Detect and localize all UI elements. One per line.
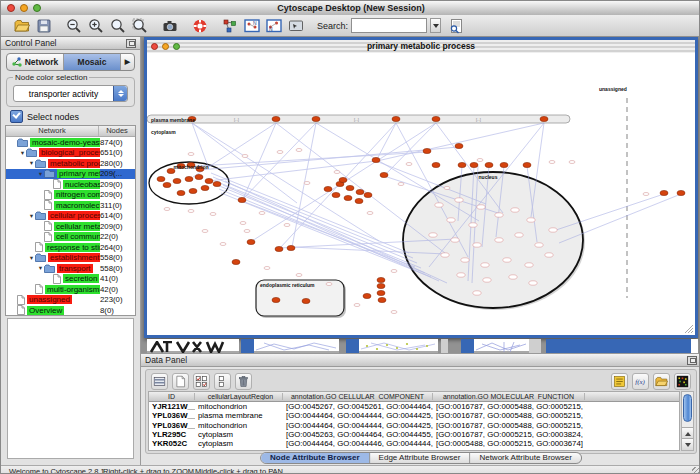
heatmap-button[interactable] <box>674 373 691 390</box>
table-cell[interactable]: [GO:0016787, GO:0005488, GO:0005215, G..… <box>433 421 585 430</box>
table-row[interactable]: YJR121W__1mitochondrion[GO:0045267, GO:0… <box>149 402 679 411</box>
table-cell[interactable]: [GO:0045263, GO:0044464, GO:0044455, G..… <box>283 430 433 439</box>
column-header[interactable]: annotation.GO MOLECULAR_FUNCTION <box>433 393 585 400</box>
tree-row-cell-communicat[interactable]: cell communicat22(0) <box>6 232 135 243</box>
tree-expand-icon[interactable]: ▼ <box>19 150 26 156</box>
tree-row-unassigned[interactable]: unassigned223(0) <box>6 295 135 306</box>
tree-expand-icon[interactable]: ▼ <box>28 160 35 166</box>
tab-network[interactable]: Network <box>7 54 64 70</box>
tree-row-metabolic-process[interactable]: ▼metabolic process280(0) <box>6 158 135 169</box>
table-cell[interactable]: [GO:0016787, GO:0005488, GO:0005215, G..… <box>433 402 585 411</box>
table-cell[interactable]: mitochondrion <box>195 449 283 451</box>
background-window-fragment[interactable] <box>147 339 239 353</box>
tree-expand-icon[interactable]: ▼ <box>28 213 35 219</box>
table-cell[interactable]: [GO:0045267, GO:0045261, GO:0044464, G..… <box>283 402 433 411</box>
tree-row-overview[interactable]: Overview8(0) <box>6 305 135 316</box>
table-row[interactable]: YDR039C__1mitochondrion[GO:0044464, GO:0… <box>149 448 679 451</box>
tree-row-cellular-process[interactable]: ▼cellular process614(0) <box>6 211 135 222</box>
window-resize-grip[interactable] <box>692 467 700 474</box>
network-nodes-button[interactable] <box>221 17 239 35</box>
table-cell[interactable]: [GO:0044464, GO:0044444, GO:0044425, G..… <box>283 411 433 420</box>
table-cell[interactable]: cytoplasm <box>195 430 283 439</box>
search-dropdown-button[interactable] <box>430 18 441 33</box>
save-session-button[interactable] <box>35 17 53 35</box>
table-row[interactable]: YPL036W__2plasma membrane[GO:0044464, GO… <box>149 411 679 420</box>
network-view-1-button[interactable]: N <box>243 17 261 35</box>
table-cell[interactable]: YPL036W__2 <box>149 411 195 420</box>
background-window-fragment[interactable] <box>441 339 448 353</box>
search-input[interactable] <box>351 18 427 33</box>
table-cell[interactable]: mitochondrion <box>195 421 283 430</box>
annotation-monitor-button[interactable] <box>287 17 305 35</box>
float-panel-icon[interactable] <box>126 39 136 48</box>
tree-row-primary-metabo[interactable]: ▼primary metabo209(... <box>6 169 135 180</box>
background-window-fragment[interactable] <box>346 339 359 353</box>
attribute-matrix-button[interactable] <box>151 373 168 390</box>
tree-row-macromolecule[interactable]: macromolecule311(0) <box>6 200 135 211</box>
tab-node-attribute-browser[interactable]: Node Attribute Browser <box>261 453 370 463</box>
table-cell[interactable]: YLR295C <box>149 430 195 439</box>
import-attributes-button[interactable] <box>653 373 670 390</box>
table-row[interactable]: YKR052Ccytoplasm[GO:0044464, GO:0044446,… <box>149 439 679 448</box>
tab-overflow-arrow[interactable]: ▶ <box>121 54 134 70</box>
network-canvas[interactable]: [--][--][--]plasma membranecytoplasmmito… <box>147 53 695 335</box>
tab-mosaic[interactable]: Mosaic <box>64 54 121 70</box>
tree-col-nodes[interactable]: Nodes <box>99 126 135 136</box>
table-cell[interactable]: [GO:0016787, GO:0005488, GO:0005215, G..… <box>433 449 585 451</box>
zoom-out-button[interactable] <box>65 17 83 35</box>
attribute-table-header[interactable]: ID_cellularLayoutRegionannotation.GO CEL… <box>149 392 679 402</box>
unselect-attributes-button[interactable] <box>214 373 231 390</box>
column-header[interactable]: _cellularLayoutRegion <box>195 393 283 400</box>
table-cell[interactable]: [GO:0005488, GO:0005215, GO:0003674] <box>433 439 585 448</box>
table-row[interactable]: YLR295Ccytoplasm[GO:0045263, GO:0044464,… <box>149 430 679 439</box>
table-cell[interactable]: mitochondrion <box>195 402 283 411</box>
tree-row-mosaic-demo-yeast[interactable]: mosaic-demo-yeast874(0) <box>6 137 135 148</box>
background-window-fragment[interactable] <box>691 339 698 353</box>
delete-attribute-button[interactable] <box>235 373 252 390</box>
column-header[interactable]: ID <box>149 393 195 400</box>
scroll-down-button[interactable] <box>682 438 693 450</box>
tree-row-nitrogen-compo[interactable]: nitrogen compo209(0) <box>6 190 135 201</box>
table-row[interactable]: YPL036W__1mitochondrion[GO:0044464, GO:0… <box>149 421 679 430</box>
float-panel-icon[interactable] <box>687 356 697 365</box>
table-cell[interactable]: YJR121W__1 <box>149 402 195 411</box>
scrollbar-thumb[interactable] <box>683 394 692 422</box>
column-header[interactable]: annotation.GO CELLULAR_COMPONENT <box>283 393 433 400</box>
table-cell[interactable]: cytoplasm <box>195 439 283 448</box>
table-cell[interactable]: [GO:0016787, GO:0005215, GO:0003824, G..… <box>433 430 585 439</box>
tab-network-attribute-browser[interactable]: Network Attribute Browser <box>470 453 580 463</box>
tree-expand-icon[interactable]: ▼ <box>37 265 44 271</box>
help-lifering-button[interactable] <box>191 17 209 35</box>
tree-row-biological-process[interactable]: ▼biological_process651(0) <box>6 148 135 159</box>
birds-eye-view[interactable] <box>7 318 134 459</box>
table-cell[interactable]: [GO:0044464, GO:0044446, GO:0044444, G..… <box>283 439 433 448</box>
table-cell[interactable]: [GO:0044464, GO:0044444, GO:0044425, G..… <box>283 449 433 451</box>
network-view-titlebar[interactable]: primary metabolic process <box>147 40 695 54</box>
table-scrollbar[interactable] <box>681 391 694 451</box>
tab-edge-attribute-browser[interactable]: Edge Attribute Browser <box>370 453 471 463</box>
tree-row-establishment-of-lo[interactable]: ▼establishment of lo558(0) <box>6 253 135 264</box>
table-cell[interactable]: YPL036W__1 <box>149 421 195 430</box>
attribute-notes-button[interactable] <box>611 373 628 390</box>
select-attributes-button[interactable] <box>193 373 210 390</box>
table-cell[interactable]: YDR039C__1 <box>149 449 195 451</box>
table-cell[interactable]: plasma membrane <box>195 411 283 420</box>
create-attribute-button[interactable] <box>172 373 189 390</box>
zoom-fit-button[interactable] <box>109 17 127 35</box>
tree-row-multi-organism-pro[interactable]: multi-organism pro42(0) <box>6 284 135 295</box>
tree-row-secretion[interactable]: secretion41(0) <box>6 274 135 285</box>
background-window-fragment[interactable] <box>241 339 254 353</box>
snapshot-camera-button[interactable] <box>161 17 179 35</box>
background-window-fragment[interactable] <box>529 339 541 353</box>
color-attribute-dropdown[interactable]: transporter activity <box>13 85 128 102</box>
tree-col-network[interactable]: Network <box>6 126 99 136</box>
background-window-fragment[interactable] <box>474 339 529 353</box>
table-cell[interactable]: [GO:0044464, GO:0044444, GO:0044425, G..… <box>283 421 433 430</box>
zoom-in-button[interactable] <box>87 17 105 35</box>
tree-row-cellular-metabo[interactable]: cellular metabo209(0) <box>6 221 135 232</box>
background-window-fragment[interactable] <box>359 339 438 353</box>
background-window-fragment[interactable] <box>254 339 339 353</box>
tree-row-nucleobase-[interactable]: nucleobase-209(0) <box>6 179 135 190</box>
background-window-fragment[interactable] <box>461 339 474 353</box>
tree-expand-icon[interactable]: ▼ <box>37 171 44 177</box>
